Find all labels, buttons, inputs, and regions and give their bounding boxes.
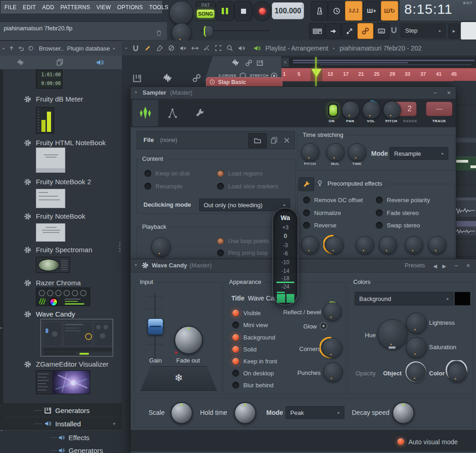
mute-icon[interactable]	[179, 45, 187, 52]
plugin-thumb-html-notebook[interactable]	[36, 147, 65, 173]
close-button[interactable]: ×	[464, 261, 473, 270]
menu-patterns[interactable]: PATTERNS	[57, 4, 93, 11]
zoom-icon[interactable]	[226, 45, 233, 51]
track-display[interactable]: ---	[426, 102, 453, 116]
menu-edit[interactable]: EDIT	[20, 4, 39, 11]
option-load-regions[interactable]: Load regions	[216, 169, 263, 178]
tree-item-installed[interactable]: Installed ▾	[0, 417, 122, 430]
punches-knob[interactable]	[323, 362, 343, 382]
option-reverse-polarity[interactable]: Reverse polarity	[375, 196, 430, 204]
panel-expand-caret-icon[interactable]: ▸	[0, 326, 2, 330]
close-button[interactable]: ×	[444, 89, 453, 97]
option-ping-pong-loop[interactable]: Ping pong loop	[216, 249, 268, 257]
audition-speaker-icon[interactable]	[253, 45, 261, 52]
browser-item-fruity-spectroman[interactable]: Fruity Spectroman	[0, 245, 122, 255]
recording-precount-button[interactable]: Ш+	[363, 1, 380, 21]
option-resample[interactable]: Resample	[143, 182, 183, 191]
browser-nav-caret-icon[interactable]: ▸	[113, 46, 115, 51]
titlebar-caret-icon[interactable]: ▸	[135, 90, 138, 94]
pause-button[interactable]	[216, 1, 234, 21]
plugin-gear-icon[interactable]	[142, 262, 149, 269]
option-blur-behind[interactable]: Blur behind	[231, 381, 274, 390]
snap-magnet-icon[interactable]	[132, 45, 139, 52]
pattern-clip-slap-basic[interactable]: Slap Basic	[206, 77, 282, 87]
option-load-slice-markers[interactable]: Load slice markers	[216, 182, 278, 191]
tab-envelope[interactable]	[159, 100, 185, 126]
minimize-button[interactable]: −	[452, 261, 461, 270]
tree-item-generators-2[interactable]: Generators	[0, 444, 122, 453]
slip-arrows-icon[interactable]	[191, 45, 199, 52]
playback-preview-icon[interactable]	[238, 45, 245, 52]
option-visible[interactable]: Visible	[231, 309, 261, 317]
project-title-field[interactable]: piahinamatsuri 7febr20.flp	[0, 22, 167, 40]
delete-ban-icon[interactable]	[168, 45, 175, 51]
browser-item-fruity-db-meter[interactable]: Fruity dB Meter	[0, 95, 122, 105]
browser-up-icon[interactable]	[8, 45, 15, 51]
stretch-mode-dropdown[interactable]: Resample ▸	[390, 147, 448, 160]
preset-next-button[interactable]: ▶	[440, 262, 449, 270]
shortcut-speaker-icon[interactable]	[96, 58, 104, 67]
tempo-down-icon[interactable]: ▼	[300, 6, 304, 9]
metronome-button[interactable]	[311, 1, 328, 21]
decay-speed-knob[interactable]	[392, 402, 414, 424]
breadcrumb-project[interactable]: piahinamatsuri 7febr20 - 202	[340, 45, 422, 52]
plugin-thumb-razer-chroma[interactable]	[36, 288, 90, 306]
browser-undo-icon[interactable]	[18, 45, 24, 51]
stop-button[interactable]	[234, 1, 252, 21]
option-fade-stereo[interactable]: Fade stereo	[375, 209, 419, 217]
browser-nav-title[interactable]: Browser..	[39, 45, 64, 52]
background-dropdown[interactable]: Background ▸	[355, 292, 453, 306]
main-pitch-knob[interactable]	[172, 23, 191, 43]
fx-knob-6[interactable]	[428, 236, 446, 254]
wave-candy-titlebar[interactable]: ▸ Wave Candy (Master) Presets ◀ ▶ − ×	[131, 259, 476, 272]
trash-icon[interactable]	[155, 29, 162, 36]
preset-prev-button[interactable]: ◀	[430, 262, 440, 270]
browser-caret-icon[interactable]: ▸	[3, 46, 5, 51]
browser-smartfind-icon[interactable]	[28, 45, 34, 51]
plugin-thumb-notebook[interactable]	[36, 223, 65, 242]
menu-view[interactable]: VIEW	[93, 4, 114, 11]
snap-next-button[interactable]: ▸	[448, 23, 459, 39]
follow-playback-button[interactable]	[325, 23, 341, 39]
timeline-ruler[interactable]: 1 5 13 17 21 25 29 33 37 41 45	[281, 68, 476, 81]
plugin-thumb-db-meter[interactable]	[36, 107, 54, 134]
channel-on-led[interactable]	[328, 103, 338, 117]
main-volume-knob[interactable]	[169, 1, 193, 25]
wait-for-input-button[interactable]	[328, 1, 345, 21]
browser-nav-section[interactable]: Plugin database	[67, 45, 110, 52]
shortcut-wave-icon[interactable]	[17, 58, 26, 67]
select-frame-icon[interactable]	[215, 45, 222, 51]
pat-label[interactable]: PAT	[196, 3, 215, 8]
tab-link-icon[interactable]	[245, 59, 252, 67]
slice-icon[interactable]	[203, 45, 210, 51]
plugin-thumb-notebook-2[interactable]	[36, 189, 65, 208]
background-color-swatch[interactable]	[454, 292, 470, 306]
tree-item-generators[interactable]: Generators	[0, 403, 122, 417]
presets-label[interactable]: Presets	[405, 262, 425, 269]
slide-notes-button[interactable]	[341, 23, 357, 39]
gain-slider-handle[interactable]	[148, 318, 163, 335]
arrangement-preview-strip[interactable]: <	[281, 57, 476, 68]
vol-knob[interactable]	[362, 101, 380, 119]
menu-options[interactable]: OPTIONS	[114, 4, 146, 11]
lightness-knob[interactable]	[406, 313, 427, 334]
fx-knob-1[interactable]	[301, 236, 319, 254]
freeze-button[interactable]: ❄	[140, 366, 217, 391]
color-opacity-knob[interactable]	[447, 363, 467, 382]
declick-dropdown[interactable]: Out only (no bleeding) ▸	[199, 198, 290, 211]
option-on-desktop[interactable]: On desktop	[231, 369, 274, 378]
object-opacity-knob[interactable]	[407, 362, 426, 382]
typing-keyboard-button[interactable]	[373, 23, 390, 39]
glow-toggle[interactable]	[320, 322, 327, 330]
song-label[interactable]: SONG	[197, 10, 214, 18]
minimize-button[interactable]: −	[430, 89, 440, 97]
draw-pencil-icon[interactable]	[144, 45, 151, 52]
hue-knob[interactable]	[378, 319, 407, 349]
hold-time-knob[interactable]	[234, 402, 256, 424]
plugin-thumb-wave-candy[interactable]	[40, 319, 113, 357]
fade-out-knob[interactable]	[174, 326, 203, 354]
plugin-thumb-time-displays[interactable]: 1:01:00 0:00:00	[36, 69, 63, 89]
menu-file[interactable]: FILE	[1, 4, 20, 11]
plugin-thumb-spectroman[interactable]	[36, 257, 70, 273]
open-file-button[interactable]	[248, 133, 267, 148]
